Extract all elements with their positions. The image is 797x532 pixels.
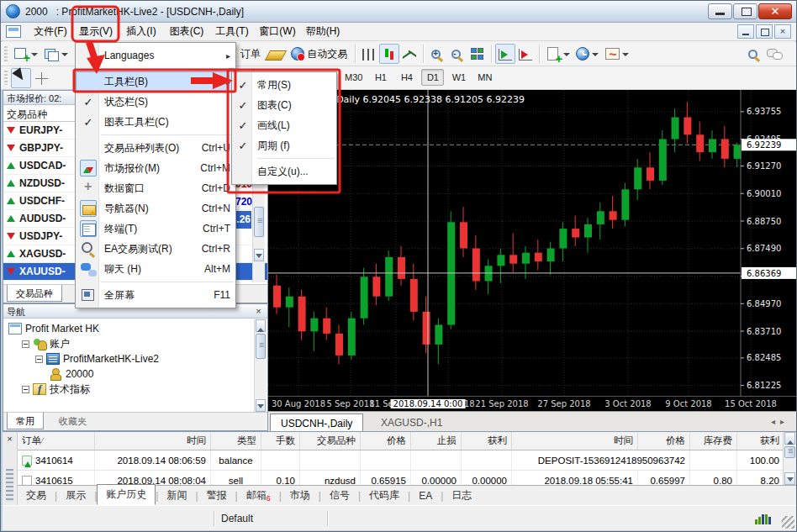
indicators-button[interactable] xyxy=(543,44,573,64)
view-menu-item-3[interactable]: 工具栏(B)▸ xyxy=(76,71,235,92)
toolbars-submenu-item-4[interactable]: ✓周期 (f) xyxy=(232,135,336,155)
status-template[interactable]: Default xyxy=(214,511,328,526)
new-chart-button[interactable] xyxy=(11,44,41,64)
view-menu-item-15[interactable]: 全屏幕F11 xyxy=(76,285,235,305)
terminal-tab-6[interactable]: 邮箱6 xyxy=(238,486,279,505)
terminal-grip-pattern[interactable] xyxy=(6,469,13,502)
bar-chart-button[interactable] xyxy=(359,44,379,64)
column-header-5[interactable]: 交易品种 xyxy=(300,432,361,450)
terminal-tab-1[interactable]: 交易 xyxy=(18,486,55,505)
tile-windows-button[interactable] xyxy=(467,44,488,64)
toolbars-submenu-item-3[interactable]: ✓画线(L) xyxy=(232,115,336,135)
zoom-out-button[interactable]: - xyxy=(447,44,467,64)
column-header-10[interactable]: 价格 xyxy=(638,432,690,450)
scroll-up-button[interactable] xyxy=(784,432,795,445)
terminal-tab-7[interactable]: 市场 xyxy=(282,486,319,505)
scroll-down-button[interactable] xyxy=(256,399,266,412)
chart-tab-2[interactable]: XAGUSD-,H1 xyxy=(371,413,452,432)
column-header-2[interactable]: 时间 xyxy=(95,432,211,450)
toolbars-submenu-item-1[interactable]: ✓常用(S) xyxy=(232,75,336,95)
title-bar[interactable]: 2000 : ProfitMarketHK-Live2 - [USDCNH-,D… xyxy=(1,1,796,23)
collapse-expander-icon[interactable] xyxy=(35,356,43,363)
column-header-3[interactable]: 类型 xyxy=(211,432,261,450)
new-order-button[interactable]: 订单 xyxy=(236,44,265,64)
navigator-item-3[interactable]: ProfitMarketHK-Live2 xyxy=(5,351,266,366)
view-menu-item-1[interactable]: Languages▸ xyxy=(76,45,235,66)
tab-symbols[interactable]: 交易品种 xyxy=(7,285,62,302)
chart-window[interactable]: 6.937556.924956.912706.900106.887506.874… xyxy=(268,90,796,411)
terminal-tab-9[interactable]: 代码库 xyxy=(361,486,408,505)
cursor-button[interactable] xyxy=(11,68,31,88)
timeframe-m30[interactable]: M30 xyxy=(341,69,366,86)
view-menu-item-13[interactable]: 聊天 (H)Alt+M xyxy=(76,259,235,279)
close-button[interactable]: ✕ xyxy=(758,3,792,19)
timeframe-w1[interactable]: W1 xyxy=(447,69,470,86)
community-chat-button[interactable] xyxy=(764,44,784,64)
templates-button[interactable] xyxy=(602,44,632,64)
date-axis[interactable]: 30 Aug 20185 Sep 201811 Sep 201817 Sep 2… xyxy=(268,396,796,411)
scroll-down-button[interactable] xyxy=(254,249,264,261)
zoom-in-button[interactable]: + xyxy=(427,44,447,64)
view-menu-item-5[interactable]: ✓图表工具栏(C) xyxy=(76,112,235,132)
navigator-item-1[interactable]: Profit Market HK xyxy=(5,321,266,336)
column-header-9[interactable]: 时间 xyxy=(512,432,638,450)
navigator-scrollbar[interactable] xyxy=(254,319,267,412)
candlestick-chart[interactable]: 6.937556.924956.912706.900106.887506.874… xyxy=(268,90,796,396)
terminal-scrollbar[interactable] xyxy=(783,432,796,485)
menubar-item-2[interactable]: 显示(V) xyxy=(73,22,119,41)
scroll-down-button[interactable] xyxy=(784,472,795,485)
line-chart-button[interactable] xyxy=(399,44,420,64)
view-menu-item-11[interactable]: 终端(T)Ctrl+T xyxy=(76,219,235,239)
terminal-tab-8[interactable]: 信号 xyxy=(321,486,358,505)
history-row-3410614[interactable]: 34106142018.09.14 08:06:59balanceDEPOSIT… xyxy=(18,450,783,471)
mdi-close-button[interactable]: × xyxy=(774,24,791,39)
menubar-item-4[interactable]: 图表(C) xyxy=(164,22,209,41)
chart-shift-button[interactable] xyxy=(515,44,536,64)
navigator-item-5[interactable]: 技术指标 xyxy=(5,382,266,397)
collapse-expander-icon[interactable] xyxy=(22,386,29,393)
terminal-tab-3[interactable]: 账户历史 xyxy=(97,484,156,505)
view-menu-item-9[interactable]: 数据窗口Ctrl+D xyxy=(76,178,235,198)
toolbar-grip[interactable] xyxy=(4,46,8,61)
view-menu-item-12[interactable]: EA交易测试(R)Ctrl+R xyxy=(76,239,235,259)
gold-chart-button[interactable] xyxy=(265,44,287,64)
candlestick-button[interactable] xyxy=(379,44,399,64)
column-header-6[interactable]: 价格 xyxy=(361,432,411,450)
restore-button[interactable] xyxy=(733,3,757,19)
toolbars-submenu-item-2[interactable]: ✓图表(C) xyxy=(232,95,336,115)
timeframe-h1[interactable]: H1 xyxy=(369,69,392,86)
menubar-item-7[interactable]: 帮助(H) xyxy=(300,22,346,41)
column-header-4[interactable]: 手数 xyxy=(261,432,300,450)
toolbar-grip[interactable] xyxy=(4,71,8,85)
tab-scroll-arrows-icon[interactable]: ◂▸ xyxy=(771,417,789,426)
scrollbar-thumb[interactable] xyxy=(256,334,266,359)
periods-button[interactable] xyxy=(573,44,602,64)
mdi-restore-button[interactable] xyxy=(756,24,773,39)
chart-tab-1[interactable]: USDCNH-,Daily xyxy=(270,413,363,432)
menubar-item-6[interactable]: 窗口(W) xyxy=(255,22,300,41)
profiles-button[interactable] xyxy=(41,44,71,64)
column-header-11[interactable]: 库存费 xyxy=(690,432,737,450)
timeframe-d1[interactable]: D1 xyxy=(421,69,444,86)
close-icon[interactable]: × xyxy=(253,306,264,316)
timeframe-h4[interactable]: H4 xyxy=(395,69,418,86)
column-header-8[interactable]: 获利 xyxy=(462,432,512,450)
view-menu-item-10[interactable]: 导航器(N)Ctrl+N xyxy=(76,198,235,219)
navigator-item-4[interactable]: 20000 xyxy=(5,366,266,382)
navigator-tab-1[interactable]: 常用 xyxy=(7,413,44,429)
terminal-tab-4[interactable]: 新闻 xyxy=(158,486,195,505)
close-icon[interactable]: × xyxy=(4,434,15,444)
column-header-12[interactable]: 获利 xyxy=(737,432,783,450)
crosshair-button[interactable] xyxy=(31,68,51,88)
navigator-item-2[interactable]: 账户 xyxy=(5,336,266,351)
scrollbar-thumb[interactable] xyxy=(784,446,795,458)
column-header-7[interactable]: 止损 xyxy=(411,432,462,450)
autotrading-button[interactable]: 自动交易 xyxy=(287,44,351,64)
scroll-up-button[interactable] xyxy=(256,319,266,332)
scrollbar-thumb[interactable] xyxy=(254,207,264,237)
menubar-item-3[interactable]: 插入(I) xyxy=(119,22,164,41)
navigator-tab-2[interactable]: 收藏夹 xyxy=(50,413,95,429)
terminal-tab-5[interactable]: 警报 xyxy=(198,486,235,505)
terminal-tab-10[interactable]: EA xyxy=(410,487,441,504)
menubar-item-5[interactable]: 工具(T) xyxy=(209,22,255,41)
